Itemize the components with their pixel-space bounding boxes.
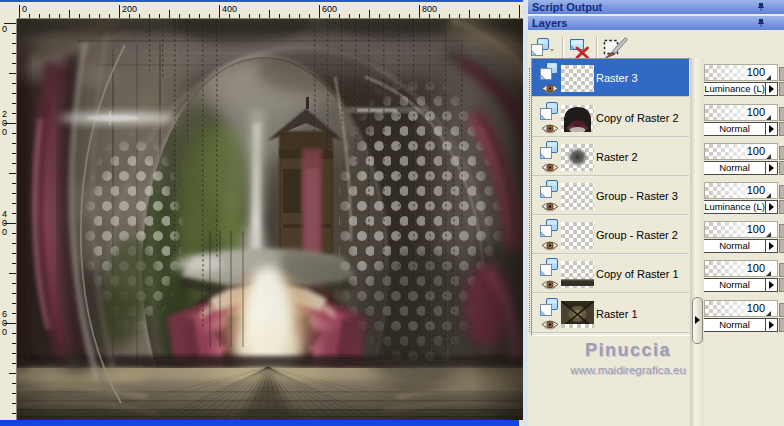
svg-text:600: 600 xyxy=(322,4,337,14)
svg-text:0: 0 xyxy=(2,227,7,237)
svg-text:400: 400 xyxy=(222,4,237,14)
svg-text:0: 0 xyxy=(2,24,7,34)
svg-text:800: 800 xyxy=(422,4,437,14)
svg-text:0: 0 xyxy=(22,4,27,14)
svg-text:0: 0 xyxy=(2,327,7,337)
svg-text:200: 200 xyxy=(122,4,137,14)
svg-text:0: 0 xyxy=(2,127,7,137)
